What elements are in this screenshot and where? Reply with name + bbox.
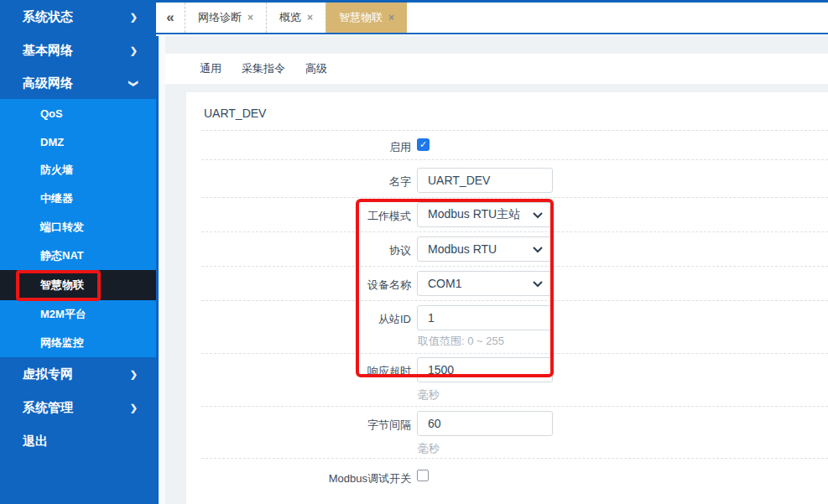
tab-overview[interactable]: 概览 × bbox=[266, 3, 325, 33]
sidebar-item-smart-iot[interactable]: 智慧物联 bbox=[0, 270, 156, 300]
tab-general[interactable]: 通用 bbox=[200, 61, 221, 76]
sidebar-item-label: 退出 bbox=[23, 434, 48, 449]
chevron-right-icon: ❯ bbox=[130, 403, 138, 413]
chevron-down-icon bbox=[533, 212, 543, 219]
tab-bar: « 网络诊断 × 概览 × 智慧物联 × bbox=[156, 3, 828, 34]
tab-smart-iot[interactable]: 智慧物联 × bbox=[325, 3, 407, 33]
form-card: UART_DEV 启用 ✓ 名字 工作模式 Modbus RTU主站 协议 Mo… bbox=[186, 92, 828, 504]
sidebar-item-network-monitor[interactable]: 网络监控 bbox=[0, 329, 156, 357]
sidebar-item-label: 虚拟专网 bbox=[23, 366, 73, 382]
chevron-right-icon: ❯ bbox=[130, 369, 138, 380]
sidebar-item-qos[interactable]: QoS bbox=[0, 99, 156, 127]
name-label: 名字 bbox=[201, 174, 411, 190]
sidebar-item-label: 系统管理 bbox=[23, 400, 73, 416]
sidebar-item-port-forwarding[interactable]: 端口转发 bbox=[0, 213, 156, 242]
divider bbox=[201, 159, 828, 160]
sidebar-item-static-nat[interactable]: 静态NAT bbox=[0, 242, 156, 270]
selected-value: Modbus RTU bbox=[428, 242, 497, 256]
protocol-label: 协议 bbox=[201, 243, 411, 258]
sidebar-item-system-management[interactable]: 系统管理 ❯ bbox=[0, 391, 156, 424]
divider bbox=[201, 353, 828, 354]
divider bbox=[201, 266, 828, 267]
sidebar-item-firewall[interactable]: 防火墙 bbox=[0, 156, 156, 184]
sidebar: 系统状态 ❯ 基本网络 ❯ 高级网络 ❯ QoS DMZ 防火墙 中继器 端口转… bbox=[0, 0, 156, 504]
slave-id-label: 从站ID bbox=[201, 312, 411, 327]
device-name-select[interactable]: COM1 bbox=[417, 271, 553, 296]
check-icon: ✓ bbox=[419, 139, 427, 149]
sidebar-item-vpn[interactable]: 虚拟专网 ❯ bbox=[0, 357, 156, 391]
divider bbox=[201, 300, 828, 301]
byte-interval-hint: 毫秒 bbox=[418, 441, 440, 456]
sidebar-submenu: QoS DMZ 防火墙 中继器 端口转发 静态NAT 智慧物联 M2M平台 网络… bbox=[0, 99, 156, 357]
section-title: UART_DEV bbox=[204, 107, 266, 120]
device-name-label: 设备名称 bbox=[201, 278, 411, 293]
sidebar-item-logout[interactable]: 退出 bbox=[0, 424, 156, 458]
divider bbox=[201, 197, 828, 198]
selected-value: Modbus RTU主站 bbox=[428, 207, 520, 222]
tab-network-diagnosis[interactable]: 网络诊断 × bbox=[185, 3, 266, 33]
modbus-debug-label: Modbus调试开关 bbox=[201, 471, 411, 486]
sidebar-item-label: 系统状态 bbox=[23, 9, 73, 25]
collapse-tabs-button[interactable]: « bbox=[156, 3, 185, 33]
sidebar-item-dmz[interactable]: DMZ bbox=[0, 127, 156, 156]
response-timeout-hint: 毫秒 bbox=[418, 387, 440, 403]
protocol-select[interactable]: Modbus RTU bbox=[417, 236, 553, 262]
sidebar-item-basic-network[interactable]: 基本网络 ❯ bbox=[0, 34, 156, 67]
work-mode-label: 工作模式 bbox=[201, 209, 411, 224]
chevron-down-icon bbox=[533, 281, 543, 288]
modbus-debug-checkbox[interactable] bbox=[417, 470, 429, 481]
sidebar-item-system-status[interactable]: 系统状态 ❯ bbox=[0, 0, 156, 34]
close-icon[interactable]: × bbox=[247, 12, 253, 23]
enable-checkbox[interactable]: ✓ bbox=[417, 138, 430, 151]
selected-value: COM1 bbox=[428, 277, 461, 290]
response-timeout-label: 响应超时 bbox=[201, 364, 411, 379]
chevron-down-icon bbox=[533, 247, 543, 253]
sidebar-item-label: 高级网络 bbox=[23, 75, 73, 91]
slave-id-input[interactable] bbox=[417, 305, 553, 330]
tab-collection-command[interactable]: 采集指令 bbox=[242, 61, 285, 76]
divider bbox=[201, 458, 828, 459]
tab-advanced[interactable]: 高级 bbox=[305, 61, 327, 76]
tab-label: 网络诊断 bbox=[198, 10, 242, 25]
sidebar-item-m2m-platform[interactable]: M2M平台 bbox=[0, 300, 156, 329]
left-gutter bbox=[159, 36, 165, 504]
byte-interval-input[interactable] bbox=[417, 411, 553, 436]
chevron-right-icon: ❯ bbox=[130, 45, 138, 56]
sub-tab-bar: 通用 采集指令 高级 bbox=[165, 54, 828, 84]
divider bbox=[201, 130, 828, 131]
work-mode-select[interactable]: Modbus RTU主站 bbox=[417, 202, 553, 227]
tab-label: 智慧物联 bbox=[339, 10, 383, 25]
sidebar-item-label: 基本网络 bbox=[23, 43, 73, 59]
collapse-icon: « bbox=[166, 9, 174, 26]
chevron-right-icon: ❯ bbox=[130, 12, 138, 23]
divider bbox=[201, 406, 828, 407]
main-area: « 网络诊断 × 概览 × 智慧物联 × 通用 采集指令 高级 UART_DEV bbox=[156, 0, 828, 504]
enable-label: 启用 bbox=[201, 140, 411, 155]
sidebar-item-advanced-network[interactable]: 高级网络 ❯ bbox=[0, 67, 156, 99]
tab-label: 概览 bbox=[279, 10, 301, 25]
chevron-down-icon: ❯ bbox=[128, 79, 139, 86]
sidebar-item-repeater[interactable]: 中继器 bbox=[0, 184, 156, 213]
close-icon[interactable]: × bbox=[388, 12, 394, 23]
divider bbox=[201, 231, 828, 232]
response-timeout-input[interactable] bbox=[417, 357, 553, 382]
slave-id-hint: 取值范围: 0 ~ 255 bbox=[418, 334, 504, 349]
byte-interval-label: 字节间隔 bbox=[201, 418, 411, 433]
close-icon[interactable]: × bbox=[307, 12, 313, 23]
name-input[interactable] bbox=[417, 168, 553, 193]
